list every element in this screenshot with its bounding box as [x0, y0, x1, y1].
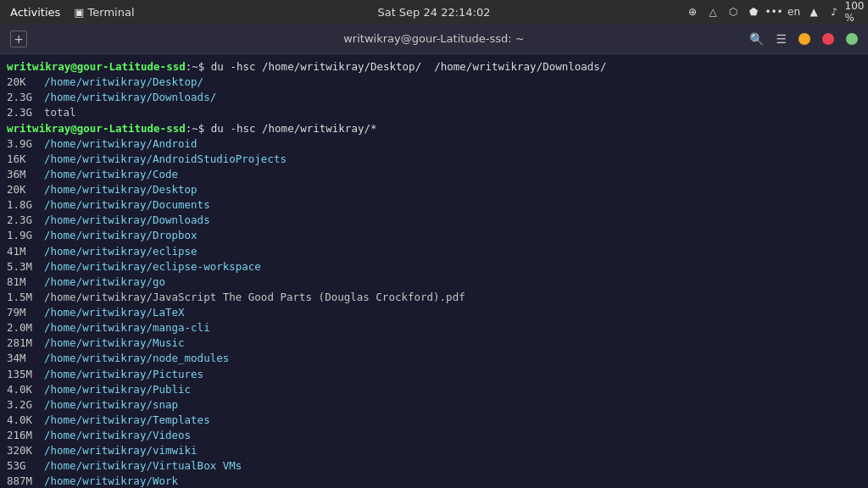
terminal-window: + writwikray@gour-Latitude-ssd: ~ 🔍 ☰ wr… — [0, 24, 868, 488]
out-js-pdf: 1.5M/home/writwikray/JavaScript The Good… — [7, 290, 861, 305]
out-manga: 2.0M/home/writwikray/manga-cli — [7, 320, 861, 336]
out-asp: 16K/home/writwikray/AndroidStudioProject… — [7, 152, 861, 167]
system-topbar: Activities ▣ Terminal Sat Sep 24 22:14:0… — [0, 0, 868, 24]
out-snap: 3.2G/home/writwikray/snap — [7, 397, 861, 413]
battery-display: 100 % — [848, 5, 861, 19]
out-public: 4.0K/home/writwikray/Public — [7, 382, 861, 397]
bluetooth-icon: ⬡ — [726, 5, 740, 19]
terminal-content[interactable]: writwikray@gour-Latitude-ssd:~$ du -hsc … — [0, 54, 868, 488]
prompt-user2: writwikray@gour-Latitude-ssd — [7, 121, 186, 136]
prompt-separator2: :~$ — [186, 121, 211, 136]
out-work: 887M/home/writwikray/Work — [7, 474, 861, 488]
cmd2-text: du -hsc /home/writwikray/* — [211, 121, 377, 136]
cmd1-prompt-line: writwikray@gour-Latitude-ssd:~$ du -hsc … — [7, 59, 861, 75]
cmd1-text: du -hsc /home/writwikray/Desktop/ /home/… — [211, 59, 607, 75]
dot-green — [846, 33, 858, 45]
prompt-user: writwikray@gour-Latitude-ssd — [7, 59, 186, 75]
activities-button[interactable]: Activities — [7, 4, 64, 20]
add-tab-button[interactable]: + — [10, 30, 27, 47]
search-icon[interactable]: 🔍 — [749, 32, 764, 46]
terminal-title: writwikray@gour-Latitude-ssd: ~ — [343, 32, 525, 45]
output1-line1: 20K/home/writwikray/Desktop/ — [7, 75, 861, 90]
out-docs: 1.8G/home/writwikray/Documents — [7, 197, 861, 213]
topbar-right: ⊕ △ ⬡ ⬟ ••• en ▲ ♪ 100 % — [686, 5, 861, 19]
cmd2-prompt-line: writwikray@gour-Latitude-ssd:~$ du -hsc … — [7, 121, 861, 136]
out-eclipse-ws: 5.3M/home/writwikray/eclipse-workspace — [7, 259, 861, 274]
terminal-tab[interactable]: ▣ Terminal — [74, 6, 134, 19]
path-val: /home/writwikray/Desktop/ — [44, 75, 203, 90]
wifi-icon: ▲ — [807, 5, 821, 19]
total-val: total — [44, 105, 76, 120]
terminal-icon: ▣ — [74, 6, 84, 19]
terminal-label: Terminal — [88, 6, 135, 19]
output1-line3: 2.3Gtotal — [7, 105, 861, 120]
size-val: 20K — [7, 75, 44, 90]
prompt-separator: :~$ — [186, 59, 211, 75]
out-pictures: 135M/home/writwikray/Pictures — [7, 367, 861, 382]
out-eclipse: 41M/home/writwikray/eclipse — [7, 244, 861, 259]
terminal-titlebar: + writwikray@gour-Latitude-ssd: ~ 🔍 ☰ — [0, 24, 868, 54]
out-virtualbox: 53G/home/writwikray/VirtualBox VMs — [7, 458, 861, 474]
sound-icon: ♪ — [827, 5, 841, 19]
titlebar-right: 🔍 ☰ — [749, 32, 858, 46]
size-val: 2.3G — [7, 90, 44, 105]
topbar-left: Activities ▣ Terminal — [7, 4, 135, 20]
path-val: /home/writwikray/Downloads/ — [44, 90, 216, 105]
datetime-display: Sat Sep 24 22:14:02 — [377, 6, 490, 19]
out-node: 34M/home/writwikray/node_modules — [7, 351, 861, 366]
size-val: 2.3G — [7, 105, 44, 120]
out-code: 36M/home/writwikray/Code — [7, 167, 861, 182]
out-downloads: 2.3G/home/writwikray/Downloads — [7, 213, 861, 228]
dot-orange — [798, 33, 810, 45]
more-icon[interactable]: ••• — [767, 5, 781, 19]
titlebar-left: + — [10, 30, 27, 47]
out-go: 81M/home/writwikray/go — [7, 274, 861, 290]
alert-icon: △ — [706, 5, 720, 19]
out-dropbox: 1.9G/home/writwikray/Dropbox — [7, 228, 861, 243]
output1-line2: 2.3G/home/writwikray/Downloads/ — [7, 90, 861, 105]
out-android: 3.9G/home/writwikray/Android — [7, 136, 861, 152]
out-templates: 4.0K/home/writwikray/Templates — [7, 413, 861, 428]
out-latex: 79M/home/writwikray/LaTeX — [7, 305, 861, 320]
out-music: 281M/home/writwikray/Music — [7, 336, 861, 351]
vpn-icon: ⊕ — [686, 5, 699, 19]
hamburger-icon[interactable]: ☰ — [776, 32, 787, 46]
lang-display: en — [787, 6, 800, 18]
out-videos: 216M/home/writwikray/Videos — [7, 428, 861, 443]
out-desktop: 20K/home/writwikray/Desktop — [7, 182, 861, 197]
out-vimwiki: 320K/home/writwikray/vimwiki — [7, 443, 861, 458]
security-icon: ⬟ — [747, 5, 760, 19]
dot-red — [822, 33, 834, 45]
